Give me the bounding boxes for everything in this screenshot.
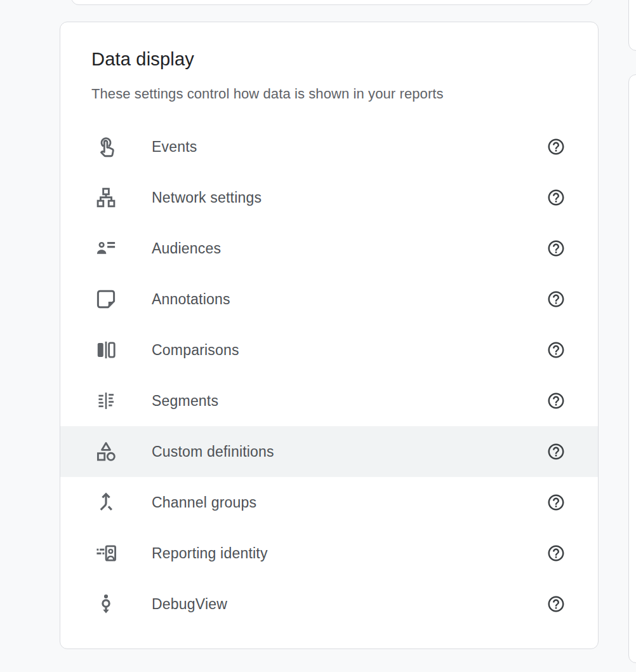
page-title: Data display <box>91 49 194 70</box>
row-label: DebugView <box>152 596 227 613</box>
row-label: Events <box>152 138 197 156</box>
help-icon[interactable] <box>547 544 566 563</box>
segments-split-icon <box>95 389 117 412</box>
row-debugview[interactable]: DebugView <box>60 579 598 629</box>
compare-bars-icon <box>95 339 117 361</box>
help-icon[interactable] <box>547 391 566 410</box>
row-label: Reporting identity <box>152 545 268 562</box>
help-icon[interactable] <box>547 340 566 360</box>
row-segments[interactable]: Segments <box>60 375 598 426</box>
row-reporting-identity[interactable]: Reporting identity <box>60 528 598 579</box>
row-label: Annotations <box>152 291 230 308</box>
row-label: Network settings <box>152 189 262 206</box>
merge-arrow-icon <box>95 491 117 514</box>
help-icon[interactable] <box>547 595 566 614</box>
row-network-settings[interactable]: Network settings <box>60 172 598 223</box>
category-shapes-icon <box>95 440 117 463</box>
right-column-card-fragment-top <box>628 0 636 51</box>
help-icon[interactable] <box>547 290 566 309</box>
help-icon[interactable] <box>547 442 566 461</box>
row-label: Audiences <box>152 240 221 257</box>
help-icon[interactable] <box>547 137 566 156</box>
row-custom-definitions[interactable]: Custom definitions <box>60 426 598 477</box>
help-icon[interactable] <box>547 239 566 258</box>
sticky-note-icon <box>95 288 117 311</box>
row-label: Segments <box>152 393 218 410</box>
help-icon[interactable] <box>547 493 566 512</box>
debug-timeline-icon <box>95 593 117 615</box>
row-channel-groups[interactable]: Channel groups <box>60 477 598 528</box>
row-label: Comparisons <box>152 342 239 359</box>
identity-badge-icon <box>95 542 117 565</box>
touch-app-icon <box>95 135 117 158</box>
row-events[interactable]: Events <box>60 121 598 172</box>
right-column-card-fragment-bottom <box>628 74 636 663</box>
data-display-card: Data display These settings control how … <box>60 22 599 649</box>
network-tree-icon <box>95 186 117 209</box>
settings-rows: Events Network settings Audiences Annota… <box>60 121 598 629</box>
row-annotations[interactable]: Annotations <box>60 274 598 325</box>
row-label: Custom definitions <box>152 443 274 460</box>
previous-card-fragment <box>71 0 593 5</box>
person-list-icon <box>95 237 117 260</box>
row-label: Channel groups <box>152 494 256 511</box>
page-subtitle: These settings control how data is shown… <box>91 86 444 102</box>
help-icon[interactable] <box>547 188 566 207</box>
row-comparisons[interactable]: Comparisons <box>60 325 598 375</box>
row-audiences[interactable]: Audiences <box>60 223 598 274</box>
